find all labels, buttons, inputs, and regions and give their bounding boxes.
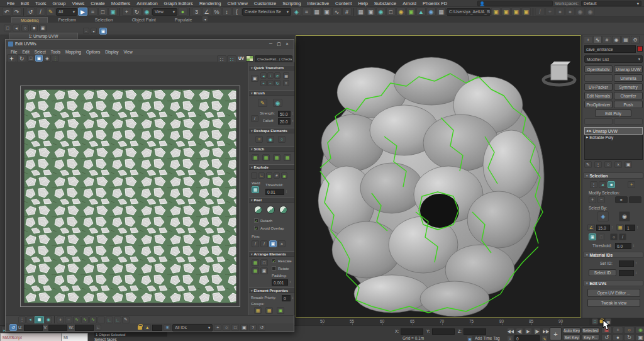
light-toggle-icon[interactable]: ◂ [586, 128, 588, 133]
object-color-swatch[interactable] [637, 46, 643, 52]
paint-select-icon[interactable]: ▣ [589, 233, 596, 240]
reset-peel-icon[interactable] [279, 206, 287, 214]
select-grow-loop-icon[interactable]: ∿ [89, 316, 97, 323]
stack-item-editable-poly[interactable]: ▸Editable Poly [585, 134, 642, 140]
hide-warning-icon[interactable]: ▲ [143, 324, 151, 331]
layer-explorer-icon[interactable]: ▦ [312, 8, 321, 16]
align-icon[interactable]: ≡ [302, 8, 311, 16]
preview-field[interactable] [152, 325, 162, 331]
tab-object-paint[interactable]: Object Paint [123, 17, 165, 23]
zoom-to-selection-icon[interactable]: ? [249, 324, 257, 331]
button-symmetry[interactable]: Symmetry [614, 83, 643, 91]
v-field[interactable] [48, 325, 67, 331]
select-by-uv-icon[interactable]: + [628, 181, 635, 188]
y-coordinate-field[interactable] [432, 328, 455, 335]
face-subobject-icon[interactable]: ■ [608, 181, 615, 188]
zoom-extents-icon[interactable]: ↺ [601, 334, 612, 341]
go-to-end-icon[interactable]: ▶▶ [542, 328, 550, 335]
window-crossing-icon[interactable]: ▣ [108, 8, 118, 16]
shrink-uv-selection-icon[interactable]: − [65, 316, 72, 323]
folder-open-icon[interactable]: ▣ [521, 8, 531, 16]
shrink-selection-icon[interactable]: − [597, 196, 605, 203]
face-select-icon[interactable]: ■ [35, 316, 44, 324]
space-vertical-icon[interactable]: − [267, 80, 274, 86]
padding-field[interactable]: 0.001 [272, 279, 288, 286]
field-of-view-icon[interactable]: ● [613, 334, 623, 341]
pin-selected-icon[interactable]: ▣ [269, 240, 277, 247]
named-selection-set-dropdown[interactable]: Create Selection Se▾ [242, 8, 291, 16]
pin-tool-icon[interactable]: / [252, 240, 259, 247]
button-unwrap-uvw[interactable]: Unwrap UVW [614, 65, 643, 73]
menu-create[interactable]: Create [87, 1, 108, 6]
view-cube[interactable] [543, 62, 575, 85]
menu-arnold[interactable]: Arnold [399, 1, 419, 6]
menu-civil-view[interactable]: Civil View [224, 1, 250, 6]
quick-peel-icon[interactable] [254, 206, 262, 214]
uvw-menu-options[interactable]: Options [84, 50, 103, 54]
snap-settings-icon[interactable]: ↺ [258, 324, 265, 331]
rotate-checkbox-row[interactable]: Rotate [272, 266, 289, 271]
mirror-icon[interactable]: ◈ [292, 8, 301, 16]
select-by-smoothing-icon[interactable]: ◉ [619, 211, 630, 221]
current-frame-field[interactable]: 0 [514, 335, 540, 341]
edit-uvws-titlebar[interactable]: Edit UVWs ─ ▢ × [6, 40, 294, 48]
select-object-icon[interactable]: ▶ [78, 8, 87, 16]
object-name-field[interactable]: cave_entrance [584, 45, 636, 53]
linear-align-icon[interactable]: ≡ [283, 80, 289, 86]
snap-dots-icon[interactable]: ⋮ [52, 55, 59, 62]
go-to-start-icon[interactable]: ◀◀ [507, 328, 514, 335]
matid-field[interactable]: 1 [625, 225, 635, 231]
angle-snap-icon[interactable]: ∠ [202, 8, 211, 16]
play-animation-icon[interactable]: ▶ [525, 328, 532, 335]
explode-threshold-field[interactable]: 0.01 [265, 189, 284, 195]
render-iterative-icon[interactable]: ▣ [406, 8, 416, 16]
grid-manager-icon[interactable]: ▦ [436, 8, 446, 16]
column-select-icon[interactable] [97, 316, 105, 323]
brush-size-icon[interactable]: ○ [610, 233, 618, 240]
uvw-menu-tools[interactable]: Tools [48, 50, 63, 54]
perspective-viewport[interactable] [296, 35, 581, 318]
toggle-grid-icon[interactable]: ▣ [366, 8, 375, 16]
section-brush[interactable]: ▾Brush [249, 90, 294, 96]
scale-tool-icon[interactable]: □ [27, 55, 35, 62]
tab-modify[interactable]: ∿ [593, 36, 602, 43]
select-by-xyz-icon[interactable]: ◈ [597, 211, 609, 221]
add-time-tag-label[interactable]: Add Time Tag [475, 336, 500, 340]
menu-interactive[interactable]: Interactive [304, 1, 332, 6]
border-mode-icon[interactable]: ○ [21, 25, 29, 31]
zoom-tool-icon[interactable]: ○ [223, 324, 230, 331]
select-and-rotate-icon[interactable]: ↻ [132, 8, 142, 16]
rotate-elements-icon[interactable]: ▣ [260, 267, 268, 274]
project-path-dropdown[interactable]: C:\Users\ya_AetUA_Shp▾ [447, 8, 491, 16]
lasso-selection-icon[interactable]: ↺ [9, 324, 17, 331]
edge-mode-icon[interactable]: ◂ [13, 25, 20, 31]
scene-explorer-icon[interactable]: ▦ [356, 8, 365, 16]
polygon-mode-icon[interactable]: □ [4, 25, 11, 31]
freeze-snowflake-icon[interactable]: ❄ [164, 324, 171, 331]
key-filters-button[interactable]: Key F... [582, 334, 599, 340]
menu-customize[interactable]: Customize [251, 1, 279, 6]
grow-selection-icon[interactable]: + [589, 196, 596, 203]
select-and-move-icon[interactable]: + [122, 8, 131, 16]
snap-toggle-3d-icon[interactable]: 3 [192, 8, 201, 16]
pack-normalize-icon[interactable]: ▦ [252, 259, 259, 266]
relax-brush-icon[interactable]: ◉ [273, 99, 282, 107]
rescale-priority-field[interactable]: 0 [282, 295, 291, 301]
select-loop-icon[interactable]: ∿ [73, 316, 80, 323]
previous-frame-icon[interactable]: ◀| [516, 328, 523, 335]
keyboard-shortcut-override-icon[interactable]: { [232, 8, 242, 16]
rollout-selection[interactable]: ▾Selection [583, 172, 643, 179]
undo-icon[interactable]: ↶ [2, 8, 11, 16]
tab-populate[interactable]: Populate [166, 17, 201, 23]
checkbox-checked-icon[interactable]: ✓ [254, 226, 258, 230]
section-explode[interactable]: ▾Explode [249, 164, 294, 170]
render-setup-teapot-icon[interactable]: ◉ [142, 8, 152, 16]
menu-rendering[interactable]: Rendering [196, 1, 225, 6]
section-peel[interactable]: ▾Peel [249, 197, 294, 203]
menu-file[interactable]: File [4, 1, 18, 6]
checkbox-checked-icon[interactable]: ✓ [272, 259, 276, 263]
uvw-menu-view[interactable]: View [121, 50, 135, 54]
render-production-icon[interactable]: ◉ [396, 8, 406, 16]
lock-selection-small-icon[interactable]: ∟ [95, 325, 101, 331]
material-editor-icon[interactable]: ◉ [376, 8, 386, 16]
